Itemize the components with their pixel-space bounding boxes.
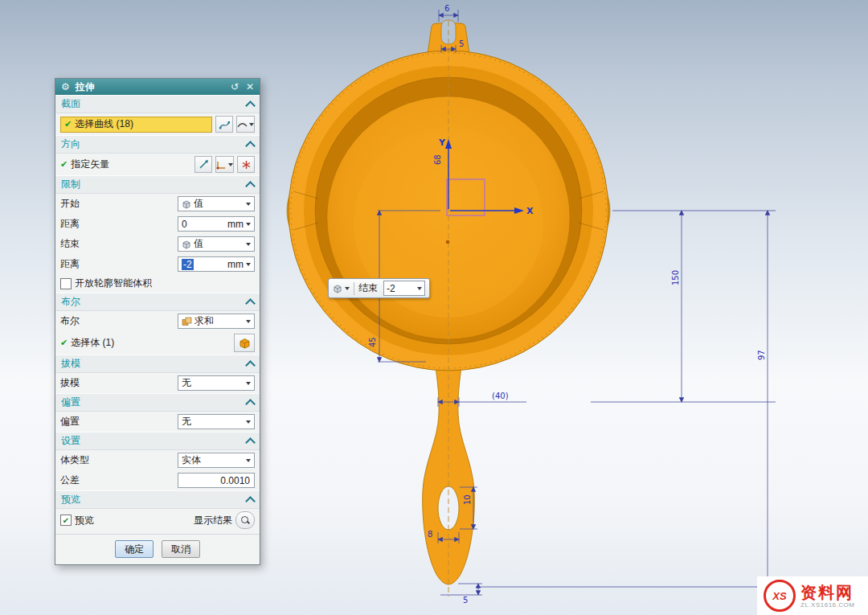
- group-settings[interactable]: 设置: [55, 432, 260, 450]
- end-type-dropdown[interactable]: 值: [178, 236, 255, 252]
- dim-right-inner: 150: [671, 270, 680, 285]
- sketch-section-button[interactable]: [215, 116, 233, 133]
- offset-dropdown[interactable]: 无: [178, 414, 255, 429]
- vector-constructor-button[interactable]: [215, 156, 234, 173]
- onscreen-input-toolbar: 结束 -2: [328, 278, 430, 298]
- mini-limit-label: 结束: [358, 281, 378, 295]
- curve-rule-button[interactable]: [236, 116, 255, 133]
- limit-option-button[interactable]: [329, 279, 354, 297]
- group-boolean-label: 布尔: [61, 295, 80, 309]
- dialog-footer: 确定 取消: [55, 534, 260, 564]
- collapse-chevron-icon[interactable]: [245, 399, 256, 409]
- start-unit: mm: [227, 219, 244, 230]
- start-distance-label: 距离: [60, 217, 174, 231]
- group-limits-label: 限制: [61, 178, 80, 191]
- draft-dropdown[interactable]: 无: [178, 375, 255, 391]
- dim-handle-width: (40): [492, 392, 509, 400]
- dim-tip: 5: [463, 596, 468, 605]
- chevron-down-icon: [417, 287, 422, 290]
- end-distance-value: -2: [182, 259, 194, 270]
- group-limits[interactable]: 限制: [55, 175, 260, 194]
- collapse-chevron-icon[interactable]: [245, 181, 256, 191]
- collapse-chevron-icon[interactable]: [245, 141, 256, 151]
- group-preview[interactable]: 预览: [55, 490, 260, 509]
- tolerance-value: 0.0010: [220, 475, 250, 486]
- close-icon[interactable]: ✕: [244, 82, 256, 92]
- group-draft[interactable]: 拔模: [55, 355, 260, 373]
- offset-value: 无: [182, 415, 244, 428]
- dialog-title: 拉伸: [76, 80, 225, 94]
- group-draft-label: 拔模: [61, 357, 80, 371]
- curve-select-label: 选择曲线 (18): [75, 117, 133, 131]
- vector-icon: [199, 160, 209, 170]
- end-type-value: 值: [194, 237, 244, 251]
- group-offset[interactable]: 偏置: [55, 393, 260, 412]
- collapse-chevron-icon[interactable]: [245, 100, 256, 111]
- asterisk-icon: [241, 160, 252, 170]
- body-type-value: 实体: [182, 453, 244, 467]
- group-section-label: 截面: [61, 97, 80, 111]
- preview-checkbox[interactable]: ✔: [60, 515, 72, 526]
- reset-icon[interactable]: ↺: [229, 82, 240, 92]
- specify-vector-label: 指定矢量: [71, 158, 191, 171]
- group-direction[interactable]: 方向: [55, 135, 260, 154]
- vector-flip-button[interactable]: [194, 156, 212, 173]
- show-result-button[interactable]: [235, 511, 255, 529]
- point-dialog-button[interactable]: [237, 156, 255, 173]
- check-icon: ✔: [60, 338, 68, 348]
- chevron-down-icon: [246, 459, 251, 462]
- value-cube-icon: [182, 240, 191, 249]
- cancel-button[interactable]: 取消: [162, 540, 200, 558]
- start-distance-input[interactable]: 0 mm: [178, 216, 255, 232]
- watermark: XS 资料网 ZL.XS1616.COM: [757, 576, 868, 615]
- value-cube-icon: [333, 284, 342, 293]
- collapse-chevron-icon[interactable]: [245, 496, 256, 506]
- collapse-chevron-icon[interactable]: [245, 437, 256, 448]
- dim-tab-width: 6: [444, 4, 449, 13]
- watermark-logo: XS: [764, 580, 796, 612]
- dim-left-height: 45: [368, 337, 377, 347]
- group-section[interactable]: 截面: [55, 95, 260, 113]
- chevron-down-icon: [246, 243, 251, 246]
- axis-icon: [216, 160, 227, 170]
- dim-hole-width: 8: [428, 530, 432, 539]
- chevron-down-icon: [246, 382, 251, 385]
- end-distance-input[interactable]: -2 mm: [178, 256, 255, 272]
- magnifier-icon: [240, 515, 250, 525]
- collapse-chevron-icon[interactable]: [245, 360, 256, 371]
- dim-hole-length: 10: [463, 494, 472, 505]
- chevron-down-icon: [246, 203, 251, 206]
- x-axis-label: X: [526, 206, 534, 216]
- extrude-dialog: ⚙ 拉伸 ↺ ✕ 截面 ✔ 选择曲线 (18): [55, 78, 260, 565]
- watermark-url: ZL.XS1616.COM: [800, 601, 854, 609]
- check-icon: ✔: [60, 159, 68, 170]
- mini-distance-combo[interactable]: -2: [383, 281, 425, 296]
- ok-button[interactable]: 确定: [115, 540, 154, 558]
- chevron-down-icon: [246, 263, 251, 266]
- application-window: X Y: [0, 0, 868, 615]
- body-type-dropdown[interactable]: 实体: [178, 453, 255, 468]
- end-label: 结束: [60, 237, 174, 251]
- group-boolean[interactable]: 布尔: [55, 293, 260, 311]
- sketch-point[interactable]: [446, 240, 450, 244]
- start-type-dropdown[interactable]: 值: [178, 196, 255, 211]
- select-body-button[interactable]: [234, 334, 255, 352]
- chevron-down-icon: [246, 223, 251, 226]
- open-profile-checkbox[interactable]: [60, 278, 72, 289]
- end-distance-label: 距离: [60, 257, 174, 271]
- open-profile-label: 开放轮廓智能体积: [75, 277, 255, 290]
- dim-center: 68: [433, 154, 442, 165]
- solid-body-icon: [239, 338, 251, 349]
- boolean-dropdown[interactable]: 求和: [178, 314, 255, 329]
- curve-icon: [237, 120, 248, 129]
- start-distance-value: 0: [182, 219, 225, 230]
- curve-select-field[interactable]: ✔ 选择曲线 (18): [60, 117, 212, 133]
- group-offset-label: 偏置: [61, 396, 80, 409]
- dialog-titlebar[interactable]: ⚙ 拉伸 ↺ ✕: [55, 79, 260, 95]
- draft-value: 无: [182, 376, 244, 390]
- dim-tab-slot: 5: [459, 39, 464, 48]
- tolerance-input[interactable]: 0.0010: [178, 473, 255, 488]
- collapse-chevron-icon[interactable]: [245, 298, 256, 309]
- y-axis-label: Y: [438, 137, 446, 148]
- group-preview-label: 预览: [61, 493, 80, 506]
